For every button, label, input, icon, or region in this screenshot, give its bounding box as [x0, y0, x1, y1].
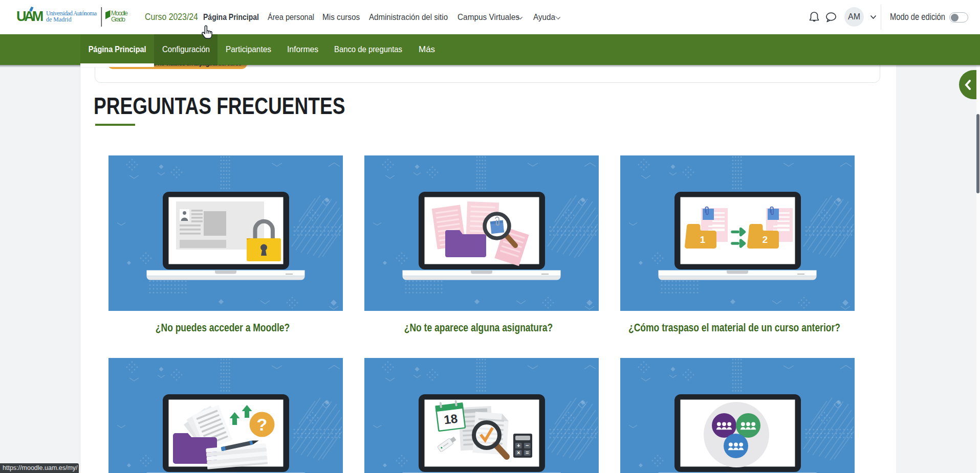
svg-text:+: +: [517, 442, 520, 448]
svg-text:−: −: [526, 442, 529, 448]
svg-text:?: ?: [257, 415, 268, 434]
svg-text:1: 1: [700, 234, 705, 245]
svg-text:2: 2: [763, 234, 768, 245]
svg-text:de Madrid: de Madrid: [46, 16, 72, 23]
svg-text:=: =: [526, 449, 529, 456]
svg-text:18: 18: [443, 411, 459, 426]
svg-text:Grado: Grado: [111, 16, 125, 23]
svg-text:×: ×: [517, 449, 520, 456]
svg-text:UAM: UAM: [17, 9, 43, 24]
